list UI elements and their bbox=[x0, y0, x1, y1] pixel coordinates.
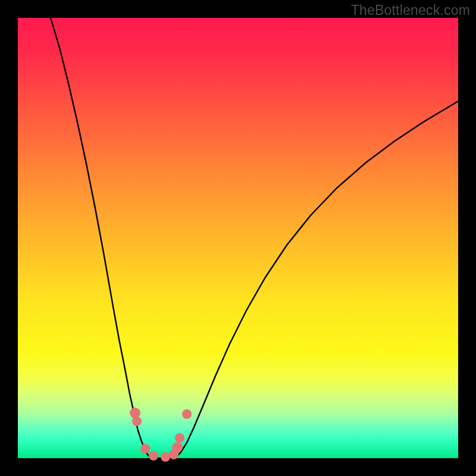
data-marker bbox=[140, 444, 150, 453]
outer-frame: TheBottleneck.com bbox=[0, 0, 476, 476]
bottleneck-curve bbox=[18, 18, 458, 458]
data-marker bbox=[132, 416, 142, 426]
data-marker bbox=[149, 451, 158, 461]
data-marker bbox=[182, 409, 192, 419]
data-marker bbox=[175, 433, 184, 443]
data-marker bbox=[161, 452, 170, 462]
data-marker bbox=[130, 408, 140, 418]
plot-area bbox=[18, 18, 458, 458]
watermark-text: TheBottleneck.com bbox=[351, 2, 470, 18]
curve-path bbox=[51, 18, 458, 458]
curve-path-group bbox=[51, 18, 458, 458]
data-marker bbox=[172, 442, 183, 453]
